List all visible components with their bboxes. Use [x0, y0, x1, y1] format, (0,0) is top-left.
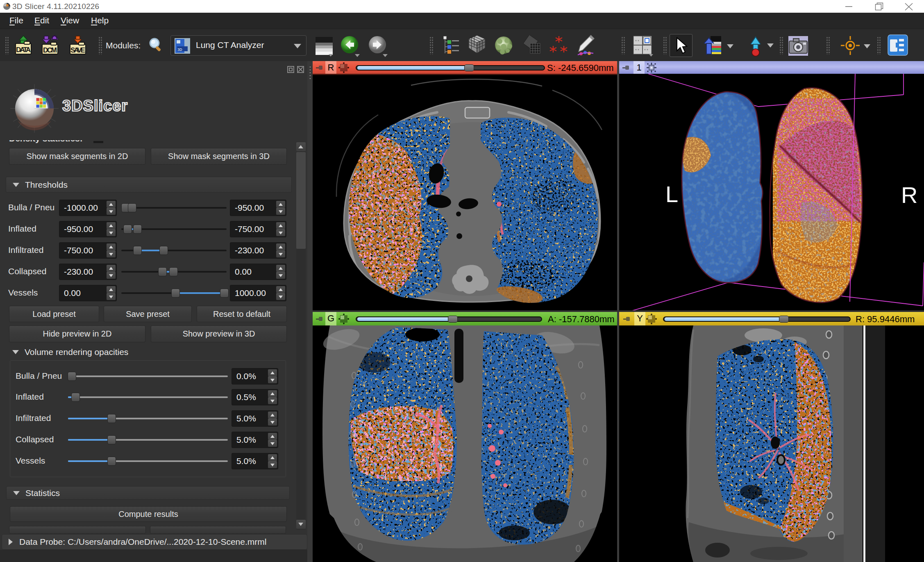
svg-text:SAVE: SAVE	[70, 46, 85, 54]
svg-text:L: L	[665, 181, 678, 207]
svg-text:DCM: DCM	[43, 46, 57, 54]
svg-text:DATA: DATA	[16, 46, 31, 54]
svg-text:R: R	[901, 182, 917, 208]
svg-text:3D: 3D	[177, 48, 182, 52]
